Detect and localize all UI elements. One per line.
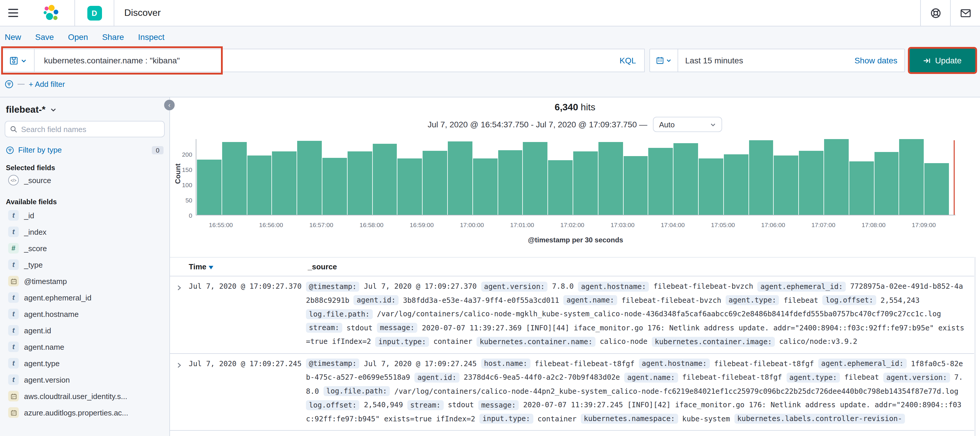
histogram-bar[interactable] [924, 163, 949, 215]
histogram-bar[interactable] [297, 141, 322, 215]
filter-by-type-label: Filter by type [18, 145, 148, 154]
histogram-bar[interactable] [348, 152, 372, 215]
nav-link-share[interactable]: Share [102, 32, 124, 42]
add-filter-link[interactable]: + Add filter [29, 80, 65, 88]
histogram-bar[interactable] [423, 151, 447, 215]
histogram-bar[interactable] [749, 140, 773, 215]
chart-time-range: Jul 7, 2020 @ 16:54:37.750 - Jul 7, 2020… [428, 120, 648, 129]
query-language-button[interactable]: KQL [618, 56, 637, 65]
histogram-bar[interactable] [624, 156, 648, 215]
histogram-bar[interactable] [649, 148, 673, 215]
nav-link-save[interactable]: Save [35, 32, 54, 42]
date-field-icon [8, 407, 19, 418]
x-axis-ticks: 16:55:0016:56:0016:57:0016:58:0016:59:00… [196, 221, 955, 230]
scrollbar-track[interactable] [975, 257, 975, 436]
current-time-marker [954, 140, 955, 215]
expand-row-button[interactable] [173, 357, 189, 426]
field-item-agent.ephemeral_id[interactable]: tagent.ephemeral_id [5, 289, 165, 306]
field-item-_score[interactable]: #_score [5, 240, 165, 256]
y-tick-label: 150 [175, 166, 192, 173]
field-value: Jul 7, 2020 @ 17:09:27.370 [364, 282, 477, 291]
field-value: filebeat-filebeat-bvzch [653, 282, 753, 291]
field-item-agent.id[interactable]: tagent.id [5, 322, 165, 339]
histogram-bar[interactable] [874, 152, 899, 215]
show-dates-link[interactable]: Show dates [854, 56, 904, 65]
histogram-bar[interactable] [724, 154, 748, 215]
histogram-bar[interactable] [272, 152, 297, 215]
histogram-bar[interactable] [498, 150, 523, 215]
newsfeed-button[interactable] [951, 0, 980, 26]
chevron-right-icon [176, 362, 182, 368]
nav-link-new[interactable]: New [5, 32, 21, 42]
field-item-agent.hostname[interactable]: tagent.hostname [5, 306, 165, 322]
field-name-badge: input.type: [479, 414, 533, 424]
mail-icon [960, 7, 971, 19]
field-name-badge: host.name: [481, 359, 530, 369]
histogram-bar[interactable] [222, 142, 247, 215]
string-field-icon: t [8, 292, 19, 303]
help-button[interactable] [921, 0, 950, 26]
date-field-glyph [10, 409, 17, 416]
interval-select[interactable]: Auto [653, 117, 722, 132]
histogram-bar[interactable] [247, 155, 272, 215]
space-selector[interactable]: D [75, 0, 114, 26]
string-field-icon: t [8, 374, 19, 385]
histogram-bar[interactable] [548, 160, 573, 215]
saved-query-button[interactable] [1, 49, 34, 72]
histogram-bar[interactable] [673, 143, 698, 215]
x-tick-label: 17:01:00 [510, 221, 534, 228]
histogram-bar[interactable] [799, 151, 824, 215]
chevron-down-icon [666, 57, 672, 63]
field-item-agent.version[interactable]: tagent.version [5, 371, 165, 388]
time-column-header[interactable]: Time [189, 262, 308, 271]
field-item-aws.cloudtrail.user_identity.s...[interactable]: aws.cloudtrail.user_identity.s... [5, 388, 165, 404]
field-item-_index[interactable]: t_index [5, 224, 165, 240]
field-item-_type[interactable]: t_type [5, 256, 165, 273]
field-item-_id[interactable]: t_id [5, 207, 165, 224]
histogram-bar[interactable] [523, 142, 548, 215]
time-range-label[interactable]: Last 15 minutes [678, 56, 743, 65]
histogram-bar[interactable] [473, 158, 498, 215]
table-row: Jul 7, 2020 @ 17:09:27.245@timestamp: Ju… [170, 353, 974, 431]
nav-link-inspect[interactable]: Inspect [138, 32, 164, 42]
field-name-badge: kubernetes.labels.controller-revision- [734, 414, 905, 424]
row-source: @timestamp: Jul 7, 2020 @ 17:09:27.370 a… [306, 280, 974, 349]
index-pattern-selector[interactable]: filebeat-* [5, 103, 165, 121]
filter-icon[interactable] [5, 80, 13, 88]
date-picker-calendar-button[interactable] [650, 49, 678, 72]
histogram-bar[interactable] [849, 161, 873, 215]
histogram-bar[interactable] [598, 142, 623, 215]
menu-button[interactable] [0, 0, 26, 26]
interval-value: Auto [659, 120, 710, 129]
field-value: filebeat-filebeat-t8fgf [535, 359, 635, 367]
histogram-bar[interactable] [197, 160, 221, 215]
expand-row-button[interactable] [173, 280, 189, 349]
filter-by-type[interactable]: Filter by type 0 [6, 145, 164, 154]
histogram-bar[interactable] [824, 139, 849, 215]
update-button[interactable]: Update [910, 49, 975, 72]
histogram-bar[interactable] [774, 155, 799, 215]
x-tick-label: 17:02:00 [560, 221, 584, 228]
row-source: @timestamp: Jul 7, 2020 @ 17:09:27.245 h… [306, 357, 974, 426]
field-item-agent.type[interactable]: tagent.type [5, 355, 165, 371]
field-item-_source[interactable]: </> _source [5, 172, 165, 188]
query-input[interactable]: kubernetes.container.name : "kibana" KQL [34, 49, 645, 72]
histogram-bar[interactable] [322, 158, 347, 215]
field-name: _id [24, 211, 34, 220]
field-search-input[interactable] [21, 125, 159, 134]
histogram-bar[interactable] [698, 158, 723, 215]
histogram-bar[interactable] [899, 139, 924, 215]
histogram-bar[interactable] [448, 141, 473, 215]
collapse-sidebar-button[interactable]: ‹ [164, 100, 175, 110]
nav-link-open[interactable]: Open [68, 32, 88, 42]
histogram-bar[interactable] [398, 158, 422, 215]
field-item-agent.name[interactable]: tagent.name [5, 339, 165, 355]
field-item-@timestamp[interactable]: @timestamp [5, 273, 165, 289]
field-name-badge: agent.version: [883, 372, 950, 382]
histogram-bar[interactable] [573, 152, 598, 215]
filter-bar: + Add filter [0, 76, 980, 91]
histogram-bar[interactable] [372, 144, 397, 215]
x-tick-label: 17:07:00 [811, 221, 835, 228]
field-item-azure.auditlogs.properties.ac...[interactable]: azure.auditlogs.properties.ac... [5, 404, 165, 421]
field-value: calico/node:v3.9.2 [779, 337, 858, 346]
